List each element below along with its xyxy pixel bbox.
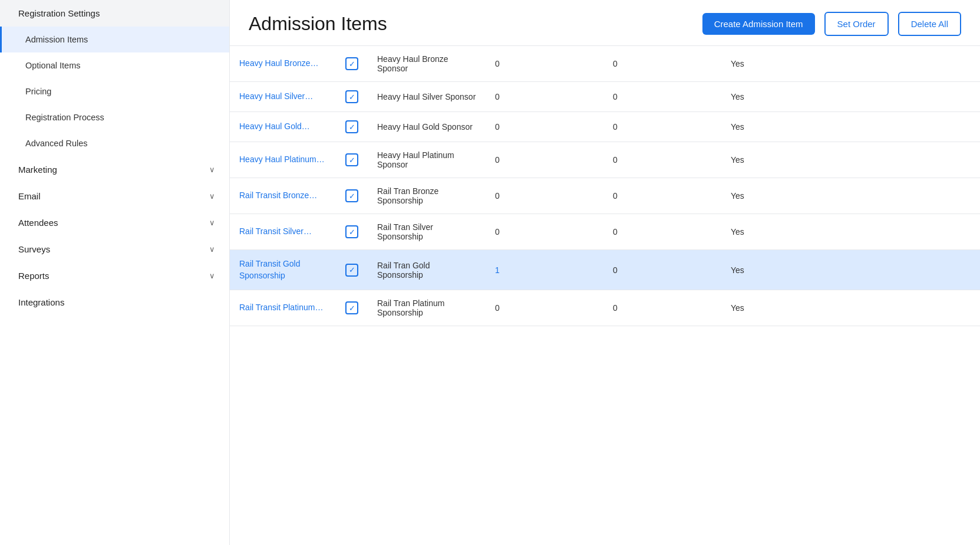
sidebar-item-registration-settings[interactable]: Registration Settings — [0, 0, 229, 27]
main-content: Admission Items Create Admission Item Se… — [230, 0, 980, 545]
table-row: Rail Transit Silver…✓Rail Tran Silver Sp… — [230, 214, 980, 250]
item-name-cell: Heavy Haul Platinum… — [230, 142, 336, 178]
sidebar-item-reports[interactable]: Reports∨ — [0, 262, 229, 289]
item-count2-cell: 0 — [603, 250, 721, 290]
item-checkbox-cell: ✓ — [336, 214, 368, 250]
item-name-cell: Heavy Haul Silver… — [230, 82, 336, 112]
page-title: Admission Items — [249, 13, 693, 35]
item-name-link[interactable]: Heavy Haul Bronze… — [239, 58, 319, 68]
sidebar-item-admission-items[interactable]: Admission Items — [0, 27, 229, 52]
item-name-link[interactable]: Heavy Haul Silver… — [239, 91, 313, 101]
sidebar-item-pricing[interactable]: Pricing — [0, 78, 229, 104]
table-row: Rail Transit Bronze…✓Rail Tran Bronze Sp… — [230, 178, 980, 214]
sidebar-item-label: Reports — [18, 271, 50, 281]
item-count2-cell: 0 — [603, 142, 721, 178]
table-row: Heavy Haul Gold…✓Heavy Haul Gold Sponsor… — [230, 112, 980, 142]
sidebar-item-integrations[interactable]: Integrations — [0, 289, 229, 316]
item-checkbox-cell: ✓ — [336, 112, 368, 142]
sidebar-item-optional-items[interactable]: Optional Items — [0, 52, 229, 78]
sidebar-item-label: Marketing — [18, 165, 57, 175]
item-visible-cell: Yes — [721, 112, 980, 142]
item-name-cell: Rail Transit Silver… — [230, 214, 336, 250]
checkbox-icon[interactable]: ✓ — [345, 120, 358, 133]
checkbox-icon[interactable]: ✓ — [345, 57, 358, 70]
item-name-link[interactable]: Rail Transit Silver… — [239, 226, 312, 236]
item-count2-cell: 0 — [603, 46, 721, 82]
item-count2-cell: 0 — [603, 214, 721, 250]
checkbox-icon[interactable]: ✓ — [345, 225, 358, 238]
item-count2-cell: 0 — [603, 178, 721, 214]
count-highlight: 1 — [495, 265, 500, 275]
item-count2-cell: 0 — [603, 112, 721, 142]
delete-all-button[interactable]: Delete All — [898, 12, 961, 36]
item-checkbox-cell: ✓ — [336, 46, 368, 82]
item-name-link[interactable]: Heavy Haul Platinum… — [239, 155, 325, 164]
item-checkbox-cell: ✓ — [336, 290, 368, 326]
item-visible-cell: Yes — [721, 290, 980, 326]
item-name-link[interactable]: Heavy Haul Gold… — [239, 122, 310, 131]
item-checkbox-cell: ✓ — [336, 178, 368, 214]
sidebar-item-label: Registration Settings — [18, 8, 100, 18]
table-row: Rail Transit Gold Sponsorship✓Rail Tran … — [230, 250, 980, 290]
item-count1-cell: 0 — [486, 178, 603, 214]
create-admission-item-button[interactable]: Create Admission Item — [702, 13, 815, 35]
item-full-name-cell: Rail Tran Bronze Sponsorship — [368, 178, 486, 214]
item-visible-cell: Yes — [721, 82, 980, 112]
chevron-down-icon: ∨ — [209, 271, 215, 280]
item-count1-cell: 0 — [486, 214, 603, 250]
checkbox-icon[interactable]: ✓ — [345, 301, 358, 314]
table-row: Rail Transit Platinum…✓Rail Tran Platinu… — [230, 290, 980, 326]
sidebar-item-label: Admission Items — [25, 35, 88, 44]
checkbox-icon[interactable]: ✓ — [345, 189, 358, 202]
item-checkbox-cell: ✓ — [336, 82, 368, 112]
item-count2-cell: 0 — [603, 82, 721, 112]
table-row: Heavy Haul Silver…✓Heavy Haul Silver Spo… — [230, 82, 980, 112]
sidebar-item-label: Optional Items — [25, 61, 81, 70]
item-checkbox-cell: ✓ — [336, 250, 368, 290]
item-full-name-cell: Heavy Haul Platinum Sponsor — [368, 142, 486, 178]
item-name-cell: Rail Transit Bronze… — [230, 178, 336, 214]
chevron-down-icon: ∨ — [209, 192, 215, 201]
table-container: Heavy Haul Bronze…✓Heavy Haul Bronze Spo… — [230, 46, 980, 545]
sidebar-item-surveys[interactable]: Surveys∨ — [0, 236, 229, 262]
item-name-link[interactable]: Rail Transit Platinum… — [239, 303, 323, 312]
sidebar-item-email[interactable]: Email∨ — [0, 183, 229, 209]
item-visible-cell: Yes — [721, 178, 980, 214]
sidebar-item-label: Email — [18, 191, 41, 201]
checkbox-icon[interactable]: ✓ — [345, 90, 358, 103]
item-count1-cell: 1 — [486, 250, 603, 290]
sidebar-item-marketing[interactable]: Marketing∨ — [0, 156, 229, 183]
sidebar-item-label: Integrations — [18, 297, 64, 307]
item-name-cell: Heavy Haul Bronze… — [230, 46, 336, 82]
item-count1-cell: 0 — [486, 82, 603, 112]
set-order-button[interactable]: Set Order — [824, 12, 889, 36]
sidebar-item-label: Advanced Rules — [25, 139, 88, 148]
chevron-down-icon: ∨ — [209, 218, 215, 227]
item-name-link[interactable]: Rail Transit Bronze… — [239, 191, 317, 200]
checkbox-icon[interactable]: ✓ — [345, 264, 358, 277]
item-name-cell: Rail Transit Gold Sponsorship — [230, 250, 336, 290]
sidebar-item-advanced-rules[interactable]: Advanced Rules — [0, 130, 229, 156]
sidebar-item-label: Pricing — [25, 87, 51, 96]
item-count1-cell: 0 — [486, 290, 603, 326]
chevron-down-icon: ∨ — [209, 165, 215, 174]
item-name-cell: Rail Transit Platinum… — [230, 290, 336, 326]
checkbox-icon[interactable]: ✓ — [345, 153, 358, 166]
sidebar-item-label: Attendees — [18, 218, 58, 228]
item-count2-cell: 0 — [603, 290, 721, 326]
item-full-name-cell: Rail Tran Platinum Sponsorship — [368, 290, 486, 326]
item-visible-cell: Yes — [721, 46, 980, 82]
item-count1-cell: 0 — [486, 142, 603, 178]
item-full-name-cell: Heavy Haul Gold Sponsor — [368, 112, 486, 142]
sidebar-item-label: Registration Process — [25, 113, 104, 122]
sidebar-item-registration-process[interactable]: Registration Process — [0, 104, 229, 130]
table-row: Heavy Haul Platinum…✓Heavy Haul Platinum… — [230, 142, 980, 178]
sidebar-item-attendees[interactable]: Attendees∨ — [0, 209, 229, 236]
item-full-name-cell: Rail Tran Gold Sponsorship — [368, 250, 486, 290]
item-count1-cell: 0 — [486, 112, 603, 142]
sidebar-item-label: Surveys — [18, 244, 50, 254]
item-name-link[interactable]: Rail Transit Gold Sponsorship — [239, 259, 300, 280]
item-visible-cell: Yes — [721, 142, 980, 178]
admission-items-table: Heavy Haul Bronze…✓Heavy Haul Bronze Spo… — [230, 46, 980, 326]
item-full-name-cell: Rail Tran Silver Sponsorship — [368, 214, 486, 250]
